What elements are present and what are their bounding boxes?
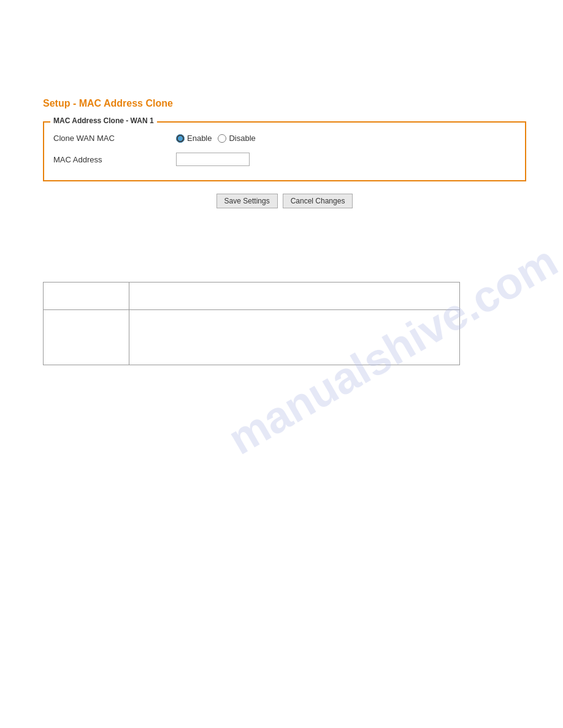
table-cell-1-left bbox=[44, 282, 129, 310]
button-row: Save Settings Cancel Changes bbox=[43, 194, 526, 208]
enable-label: Enable bbox=[187, 134, 212, 143]
mac-address-input[interactable] bbox=[176, 153, 250, 166]
mac-address-controls bbox=[176, 153, 250, 166]
page-container: Setup - MAC Address Clone MAC Address Cl… bbox=[0, 0, 563, 728]
clone-wan-mac-label: Clone WAN MAC bbox=[53, 134, 176, 143]
disable-label: Disable bbox=[229, 134, 255, 143]
section-legend: MAC Address Clone - WAN 1 bbox=[50, 116, 157, 125]
main-content: Setup - MAC Address Clone MAC Address Cl… bbox=[0, 0, 563, 390]
clone-wan-mac-row: Clone WAN MAC Enable Disable bbox=[53, 129, 516, 148]
clone-wan-mac-controls: Enable Disable bbox=[176, 134, 256, 143]
disable-radio[interactable] bbox=[218, 134, 226, 143]
page-title: Setup - MAC Address Clone bbox=[43, 98, 526, 109]
mac-address-label: MAC Address bbox=[53, 155, 176, 164]
enable-radio-label[interactable]: Enable bbox=[176, 134, 212, 143]
cancel-changes-button[interactable]: Cancel Changes bbox=[283, 194, 353, 208]
table-row-1 bbox=[44, 282, 460, 310]
mac-address-row: MAC Address bbox=[53, 148, 516, 171]
save-settings-button[interactable]: Save Settings bbox=[216, 194, 278, 208]
mac-clone-section: MAC Address Clone - WAN 1 Clone WAN MAC … bbox=[43, 121, 526, 181]
table-cell-2-left bbox=[44, 310, 129, 365]
disable-radio-label[interactable]: Disable bbox=[218, 134, 255, 143]
table-cell-2-right bbox=[129, 310, 459, 365]
table-row-2 bbox=[44, 310, 460, 365]
table-cell-1-right bbox=[129, 282, 459, 310]
enable-radio[interactable] bbox=[176, 134, 185, 143]
bottom-table bbox=[43, 282, 460, 365]
